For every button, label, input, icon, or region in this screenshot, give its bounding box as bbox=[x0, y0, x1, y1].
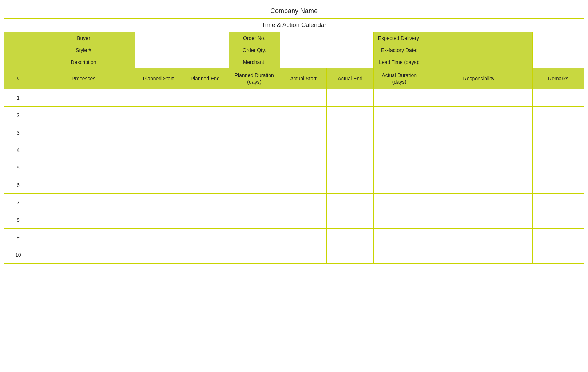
actual-duration-cell[interactable] bbox=[374, 107, 425, 124]
buyer-value[interactable] bbox=[135, 32, 229, 44]
remarks-cell[interactable] bbox=[533, 107, 584, 124]
actual-end-cell[interactable] bbox=[327, 194, 374, 211]
planned-start-cell[interactable] bbox=[135, 176, 182, 194]
responsibility-cell[interactable] bbox=[425, 246, 533, 264]
planned-end-cell[interactable] bbox=[182, 141, 229, 159]
leadtime-value2[interactable] bbox=[533, 56, 584, 68]
process-cell[interactable] bbox=[32, 141, 135, 159]
planned-start-cell[interactable] bbox=[135, 89, 182, 107]
actual-duration-cell[interactable] bbox=[374, 211, 425, 229]
actual-end-cell[interactable] bbox=[327, 211, 374, 229]
actual-start-cell[interactable] bbox=[280, 89, 327, 107]
actual-start-cell[interactable] bbox=[280, 229, 327, 246]
actual-duration-cell[interactable] bbox=[374, 89, 425, 107]
planned-duration-cell[interactable] bbox=[229, 229, 280, 246]
actual-start-cell[interactable] bbox=[280, 211, 327, 229]
actual-start-cell[interactable] bbox=[280, 107, 327, 124]
planned-duration-cell[interactable] bbox=[229, 124, 280, 141]
planned-start-cell[interactable] bbox=[135, 159, 182, 176]
process-cell[interactable] bbox=[32, 107, 135, 124]
actual-start-cell[interactable] bbox=[280, 194, 327, 211]
actual-duration-cell[interactable] bbox=[374, 141, 425, 159]
remarks-cell[interactable] bbox=[533, 229, 584, 246]
actual-duration-cell[interactable] bbox=[374, 176, 425, 194]
planned-start-cell[interactable] bbox=[135, 107, 182, 124]
process-cell[interactable] bbox=[32, 194, 135, 211]
responsibility-cell[interactable] bbox=[425, 141, 533, 159]
planned-end-cell[interactable] bbox=[182, 89, 229, 107]
planned-end-cell[interactable] bbox=[182, 211, 229, 229]
responsibility-cell[interactable] bbox=[425, 194, 533, 211]
planned-start-cell[interactable] bbox=[135, 246, 182, 264]
planned-duration-cell[interactable] bbox=[229, 141, 280, 159]
planned-end-cell[interactable] bbox=[182, 176, 229, 194]
planned-end-cell[interactable] bbox=[182, 124, 229, 141]
responsibility-cell[interactable] bbox=[425, 124, 533, 141]
actual-end-cell[interactable] bbox=[327, 107, 374, 124]
actual-start-cell[interactable] bbox=[280, 176, 327, 194]
order-qty-value[interactable] bbox=[280, 44, 373, 56]
planned-end-cell[interactable] bbox=[182, 246, 229, 264]
planned-duration-cell[interactable] bbox=[229, 107, 280, 124]
expected-delivery-value2[interactable] bbox=[533, 32, 584, 44]
actual-start-cell[interactable] bbox=[280, 159, 327, 176]
remarks-cell[interactable] bbox=[533, 194, 584, 211]
planned-duration-cell[interactable] bbox=[229, 176, 280, 194]
process-cell[interactable] bbox=[32, 211, 135, 229]
exfactory-value2[interactable] bbox=[533, 44, 584, 56]
planned-duration-cell[interactable] bbox=[229, 89, 280, 107]
process-cell[interactable] bbox=[32, 176, 135, 194]
actual-start-cell[interactable] bbox=[280, 246, 327, 264]
responsibility-cell[interactable] bbox=[425, 211, 533, 229]
planned-end-cell[interactable] bbox=[182, 194, 229, 211]
planned-duration-cell[interactable] bbox=[229, 194, 280, 211]
planned-start-cell[interactable] bbox=[135, 229, 182, 246]
merchant-value[interactable] bbox=[280, 56, 373, 68]
remarks-cell[interactable] bbox=[533, 89, 584, 107]
planned-start-cell[interactable] bbox=[135, 211, 182, 229]
remarks-cell[interactable] bbox=[533, 176, 584, 194]
planned-duration-cell[interactable] bbox=[229, 211, 280, 229]
remarks-cell[interactable] bbox=[533, 141, 584, 159]
description-value[interactable] bbox=[135, 56, 229, 68]
process-cell[interactable] bbox=[32, 229, 135, 246]
actual-duration-cell[interactable] bbox=[374, 229, 425, 246]
exfactory-value[interactable] bbox=[425, 44, 533, 56]
actual-start-cell[interactable] bbox=[280, 141, 327, 159]
planned-duration-cell[interactable] bbox=[229, 159, 280, 176]
responsibility-cell[interactable] bbox=[425, 176, 533, 194]
remarks-cell[interactable] bbox=[533, 124, 584, 141]
actual-duration-cell[interactable] bbox=[374, 124, 425, 141]
actual-duration-cell[interactable] bbox=[374, 194, 425, 211]
planned-end-cell[interactable] bbox=[182, 229, 229, 246]
responsibility-cell[interactable] bbox=[425, 107, 533, 124]
actual-duration-cell[interactable] bbox=[374, 159, 425, 176]
actual-duration-cell[interactable] bbox=[374, 246, 425, 264]
actual-end-cell[interactable] bbox=[327, 124, 374, 141]
actual-end-cell[interactable] bbox=[327, 229, 374, 246]
responsibility-cell[interactable] bbox=[425, 229, 533, 246]
planned-duration-cell[interactable] bbox=[229, 246, 280, 264]
process-cell[interactable] bbox=[32, 124, 135, 141]
process-cell[interactable] bbox=[32, 246, 135, 264]
responsibility-cell[interactable] bbox=[425, 159, 533, 176]
planned-start-cell[interactable] bbox=[135, 194, 182, 211]
process-cell[interactable] bbox=[32, 159, 135, 176]
planned-end-cell[interactable] bbox=[182, 107, 229, 124]
expected-delivery-value[interactable] bbox=[425, 32, 533, 44]
leadtime-value[interactable] bbox=[425, 56, 533, 68]
remarks-cell[interactable] bbox=[533, 159, 584, 176]
actual-end-cell[interactable] bbox=[327, 159, 374, 176]
style-value[interactable] bbox=[135, 44, 229, 56]
actual-end-cell[interactable] bbox=[327, 141, 374, 159]
responsibility-cell[interactable] bbox=[425, 89, 533, 107]
planned-start-cell[interactable] bbox=[135, 141, 182, 159]
process-cell[interactable] bbox=[32, 89, 135, 107]
actual-start-cell[interactable] bbox=[280, 124, 327, 141]
order-no-value[interactable] bbox=[280, 32, 373, 44]
actual-end-cell[interactable] bbox=[327, 176, 374, 194]
actual-end-cell[interactable] bbox=[327, 246, 374, 264]
remarks-cell[interactable] bbox=[533, 246, 584, 264]
planned-start-cell[interactable] bbox=[135, 124, 182, 141]
planned-end-cell[interactable] bbox=[182, 159, 229, 176]
